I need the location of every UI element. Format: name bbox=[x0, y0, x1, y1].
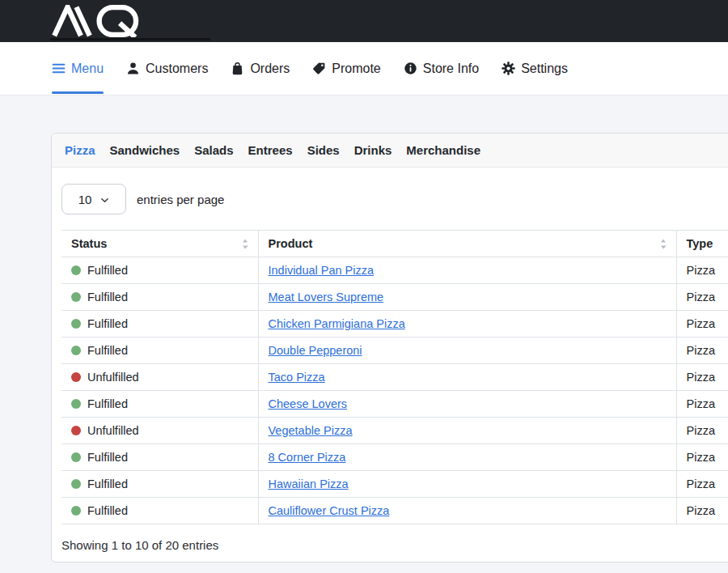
nav-item-label: Customers bbox=[146, 62, 208, 76]
info-icon bbox=[404, 62, 417, 75]
hamburger-icon bbox=[52, 62, 66, 75]
nav-item-store-info[interactable]: Store Info bbox=[404, 42, 479, 96]
type-cell: Pizza bbox=[676, 284, 728, 311]
type-cell: Pizza bbox=[676, 337, 728, 364]
page-size-label: entries per page bbox=[137, 193, 224, 206]
nav-item-promote[interactable]: Promote bbox=[312, 42, 380, 96]
status-cell: Fulfilled bbox=[61, 257, 258, 284]
status-cell: Fulfilled bbox=[61, 284, 258, 311]
product-link[interactable]: Double Pepperoni bbox=[269, 344, 362, 357]
logo-aiq-graphic bbox=[51, 5, 142, 37]
type-cell: Pizza bbox=[676, 444, 728, 471]
gear-icon bbox=[502, 62, 515, 75]
product-cell: Meat Lovers Supreme bbox=[258, 284, 676, 311]
column-header-label: Product bbox=[269, 237, 313, 250]
product-link[interactable]: Taco Pizza bbox=[269, 371, 325, 384]
column-header-status[interactable]: Status bbox=[61, 231, 258, 257]
top-bar: AIQ bbox=[0, 0, 728, 42]
nav-item-menu[interactable]: Menu bbox=[52, 42, 104, 96]
tab-sandwiches[interactable]: Sandwiches bbox=[110, 143, 180, 157]
status-label: Fulfilled bbox=[87, 451, 128, 464]
product-link[interactable]: Vegetable Pizza bbox=[269, 424, 353, 437]
sort-icon bbox=[660, 239, 667, 249]
sort-icon bbox=[242, 239, 248, 249]
nav-item-label: Orders bbox=[250, 62, 290, 76]
product-link[interactable]: Chicken Parmigiana Pizza bbox=[269, 317, 405, 330]
tab-entrees[interactable]: Entrees bbox=[248, 143, 293, 157]
type-cell: Pizza bbox=[676, 257, 728, 284]
table-row: Fulfilled Double Pepperoni Pizza bbox=[61, 337, 728, 364]
page-size-select[interactable]: 10 bbox=[61, 184, 126, 214]
product-cell: Vegetable Pizza bbox=[258, 418, 676, 444]
nav-item-label: Store Info bbox=[423, 62, 479, 76]
column-header-type: Type bbox=[676, 231, 728, 257]
status-dot-icon bbox=[71, 292, 81, 302]
product-link[interactable]: Hawaiian Pizza bbox=[269, 478, 349, 490]
tab-sides[interactable]: Sides bbox=[307, 143, 340, 157]
status-dot-icon bbox=[71, 265, 81, 275]
tab-merchandise[interactable]: Merchandise bbox=[406, 143, 480, 157]
status-label: Unfulfilled bbox=[87, 371, 139, 384]
status-cell: Fulfilled bbox=[61, 498, 258, 524]
status-label: Fulfilled bbox=[87, 264, 128, 277]
type-cell: Pizza bbox=[676, 471, 728, 498]
table-row: Fulfilled Cauliflower Crust Pizza Pizza bbox=[61, 498, 728, 524]
type-label: Pizza bbox=[687, 317, 715, 330]
logo-underline bbox=[50, 38, 210, 40]
product-link[interactable]: 8 Corner Pizza bbox=[269, 451, 346, 464]
status-label: Unfulfilled bbox=[87, 424, 139, 437]
column-header-label: Status bbox=[71, 237, 107, 250]
status-cell: Unfulfilled bbox=[61, 418, 258, 444]
status-label: Fulfilled bbox=[87, 344, 128, 357]
type-cell: Pizza bbox=[676, 418, 728, 444]
nav-item-orders[interactable]: Orders bbox=[231, 42, 290, 96]
status-label: Fulfilled bbox=[87, 291, 128, 303]
product-cell: Double Pepperoni bbox=[258, 337, 676, 364]
status-dot-icon bbox=[71, 372, 81, 382]
table-row: Fulfilled Hawaiian Pizza Pizza bbox=[61, 471, 728, 498]
type-label: Pizza bbox=[687, 344, 715, 357]
nav-item-settings[interactable]: Settings bbox=[502, 42, 568, 96]
column-header-label: Type bbox=[687, 237, 713, 250]
status-dot-icon bbox=[71, 319, 81, 329]
type-cell: Pizza bbox=[676, 498, 728, 524]
table-row: Fulfilled 8 Corner Pizza Pizza bbox=[61, 444, 728, 471]
status-label: Fulfilled bbox=[87, 397, 128, 410]
status-cell: Fulfilled bbox=[61, 311, 258, 337]
entries-summary: Showing 1 to 10 of 20 entries bbox=[61, 538, 728, 552]
logo[interactable]: AIQ bbox=[51, 4, 142, 38]
status-cell: Fulfilled bbox=[61, 471, 258, 498]
active-nav-underline bbox=[52, 91, 104, 94]
product-cell: Hawaiian Pizza bbox=[258, 471, 676, 498]
product-link[interactable]: Meat Lovers Supreme bbox=[269, 291, 384, 303]
status-cell: Fulfilled bbox=[61, 444, 258, 471]
type-cell: Pizza bbox=[676, 311, 728, 337]
type-label: Pizza bbox=[687, 371, 715, 384]
product-link[interactable]: Individual Pan Pizza bbox=[269, 264, 375, 277]
nav-item-customers[interactable]: Customers bbox=[126, 42, 208, 96]
tab-salads[interactable]: Salads bbox=[194, 143, 233, 157]
type-label: Pizza bbox=[687, 264, 715, 277]
column-header-product[interactable]: Product bbox=[258, 231, 676, 257]
product-link[interactable]: Cheese Lovers bbox=[269, 397, 348, 410]
page-size-value: 10 bbox=[78, 193, 92, 206]
person-icon bbox=[126, 62, 140, 75]
product-cell: Taco Pizza bbox=[258, 364, 676, 391]
status-label: Fulfilled bbox=[87, 478, 128, 490]
tab-pizza[interactable]: Pizza bbox=[65, 143, 95, 157]
nav-item-label: Menu bbox=[71, 62, 104, 76]
category-tabs: Pizza Sandwiches Salads Entrees Sides Dr… bbox=[52, 134, 728, 168]
tab-drinks[interactable]: Drinks bbox=[354, 143, 392, 157]
products-table: Status Product Type Fulfilled Individual… bbox=[61, 230, 728, 524]
status-dot-icon bbox=[71, 426, 81, 435]
product-link[interactable]: Cauliflower Crust Pizza bbox=[269, 504, 390, 517]
status-dot-icon bbox=[71, 506, 81, 516]
type-cell: Pizza bbox=[676, 364, 728, 391]
card-body: 10 entries per page Status Product bbox=[52, 168, 728, 562]
product-cell: Chicken Parmigiana Pizza bbox=[258, 311, 676, 337]
type-label: Pizza bbox=[687, 478, 715, 490]
status-dot-icon bbox=[71, 479, 81, 489]
main-content: Pizza Sandwiches Salads Entrees Sides Dr… bbox=[0, 96, 728, 562]
type-label: Pizza bbox=[687, 291, 715, 303]
status-dot-icon bbox=[71, 399, 81, 409]
